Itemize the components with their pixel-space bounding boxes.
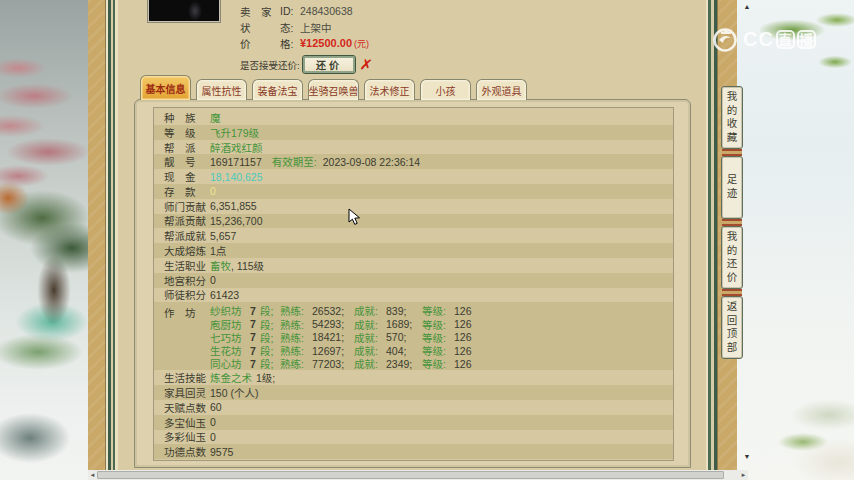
price-value: ¥12500.00 (300, 37, 352, 49)
background-art-right (737, 0, 854, 480)
price-unit: (元) (354, 37, 369, 50)
status-label: 状 (240, 20, 280, 35)
info-row: 师门贡献6,351,855 (154, 199, 673, 214)
workshop-line: 同心坊7段;熟练:77203;成就:2349;等级:126 (210, 357, 478, 370)
info-row-value: 0 (210, 431, 216, 443)
tab-2[interactable]: 属性抗性 (196, 79, 247, 100)
bargain-row: 是否接受还价: 还价 ✗ (240, 54, 373, 75)
info-value-part: 0 (210, 274, 216, 286)
info-row-label: 大成熔炼 (164, 243, 210, 258)
tab-6[interactable]: 小孩 (420, 79, 471, 100)
workshop-lvl-value: 126 (454, 358, 478, 370)
status-field-label: 态: (280, 20, 300, 35)
watermark-cc-text: CC (743, 28, 774, 51)
price-label: 价 (240, 36, 280, 51)
info-row: 帮派成就5,657 (154, 228, 673, 243)
workshop-grade-num: 7 (250, 358, 260, 370)
price-row: 价 格: ¥12500.00 (元) (240, 35, 373, 51)
tab-7[interactable]: 外观道具 (476, 79, 527, 100)
side-tab-2[interactable]: 足迹 (721, 156, 743, 219)
background-art-left (0, 0, 88, 480)
page-content: 卖 家 ID: 248430638 状 态: 上架中 价 格: ¥12500.0… (118, 0, 706, 480)
workshop-ach-value: 570; (386, 331, 422, 343)
info-row-label: 帮 派 (164, 140, 210, 155)
info-row-value: 15,236,700 (210, 215, 263, 227)
info-row: 现 金18,140,625 (154, 169, 673, 184)
info-value-part: 150 (个人) (210, 385, 258, 400)
scroll-left-arrow[interactable]: ◄ (88, 470, 97, 480)
info-row: 存 款0 (154, 184, 673, 199)
info-value-part: 169171157 (210, 156, 262, 168)
character-preview-image[interactable] (148, 0, 220, 22)
seller-info: 卖 家 ID: 248430638 状 态: 上架中 价 格: ¥12500.0… (240, 3, 373, 75)
info-row: 大成熔炼1点 (154, 243, 673, 258)
tab-3[interactable]: 装备法宝 (252, 79, 303, 100)
status-value: 上架中 (300, 20, 332, 35)
workshop-ach-label: 成就: (354, 356, 386, 371)
workshop-lvl-label: 等级: (422, 356, 454, 371)
info-row: 生活职业畜牧, 115级 (154, 258, 673, 273)
info-row-value: 9575 (210, 446, 233, 458)
tab-1[interactable]: 基本信息 (140, 75, 191, 100)
workshop-grade-num: 7 (250, 305, 260, 317)
side-tab-connector (722, 149, 742, 156)
info-row-label: 地宫积分 (164, 273, 210, 288)
tab-5[interactable]: 法术修正 (364, 79, 415, 100)
scroll-right-arrow[interactable]: ► (739, 470, 748, 480)
tab-bar: 基本信息属性抗性装备法宝坐骑召唤兽法术修正小孩外观道具 (118, 75, 706, 100)
info-row: 帮派贡献15,236,700 (154, 214, 673, 229)
side-tab-connector (722, 219, 742, 226)
info-row: 作 坊纱织坊7段;熟练:26532;成就:839;等级:126庖厨坊7段;熟练:… (154, 302, 673, 370)
workshop-line: 生花坊7段;熟练:12697;成就:404;等级:126 (210, 344, 478, 357)
workshop-name: 同心坊 (210, 356, 250, 371)
workshop-prof-value: 54293; (312, 318, 354, 330)
bargain-button[interactable]: 还价 (302, 55, 356, 74)
workshop-grade-num: 7 (250, 345, 260, 357)
info-row-value: 1点 (210, 243, 226, 258)
info-row: 功德点数9575 (154, 444, 673, 459)
info-row: 生活技能炼金之术1级; (154, 370, 673, 385)
side-tab-3[interactable]: 我的还价 (721, 226, 743, 289)
workshop-grade-num: 7 (250, 318, 260, 330)
info-row-value: 飞升179级 (210, 125, 259, 140)
cc-live-logo-icon (710, 24, 740, 54)
info-row-label: 作 坊 (164, 304, 210, 320)
horizontal-scrollbar[interactable]: ◄ ► (88, 470, 748, 480)
seller-label: 卖 家 (240, 4, 280, 19)
info-value-part: 炼金之术 (210, 370, 252, 385)
info-row-label: 靓 号 (164, 154, 210, 169)
info-value-part: 0 (210, 185, 216, 197)
scroll-up-arrow[interactable]: ▲ (741, 1, 753, 11)
info-row-value: 60 (210, 401, 222, 413)
horizontal-scrollbar-thumb[interactable] (97, 471, 724, 479)
info-row-value: 纱织坊7段;熟练:26532;成就:839;等级:126庖厨坊7段;熟练:542… (210, 304, 478, 370)
info-row: 多宝仙玉0 (154, 415, 673, 430)
info-row-value: 0 (210, 274, 216, 286)
info-value-part: 18,140,625 (210, 171, 263, 183)
workshop-prof-value: 12697; (312, 345, 354, 357)
workshop-line: 庖厨坊7段;熟练:54293;成就:1689;等级:126 (210, 318, 478, 331)
info-row: 家具回灵150 (个人) (154, 385, 673, 400)
scroll-down-arrow[interactable]: ▼ (741, 451, 753, 461)
bargain-label: 是否接受还价: (240, 58, 302, 72)
status-row: 状 态: 上架中 (240, 19, 373, 35)
info-row-value: 0 (210, 416, 216, 428)
info-row-value: 5,657 (210, 230, 236, 242)
workshop-prof-value: 77203; (312, 358, 354, 370)
info-value-part: 飞升179级 (210, 125, 259, 140)
info-value-part: 1级; (256, 370, 275, 385)
reject-stamp-icon: ✗ (359, 55, 374, 75)
side-tab-connector (722, 289, 742, 296)
info-row-value: 畜牧, 115级 (210, 258, 264, 273)
side-tab-4[interactable]: 返回顶部 (721, 296, 743, 359)
info-row-label: 现 金 (164, 169, 210, 184)
info-row-label: 功德点数 (164, 444, 210, 459)
info-row-label: 生活职业 (164, 258, 210, 273)
side-tab-1[interactable]: 我的收藏 (721, 86, 743, 149)
info-row-value: 18,140,625 (210, 171, 263, 183)
info-row-label: 帮派成就 (164, 228, 210, 243)
tab-4[interactable]: 坐骑召唤兽 (308, 79, 359, 100)
workshop-ach-value: 1689; (386, 318, 422, 330)
info-value-part: 5,657 (210, 230, 236, 242)
info-row-value: 0 (210, 185, 216, 197)
